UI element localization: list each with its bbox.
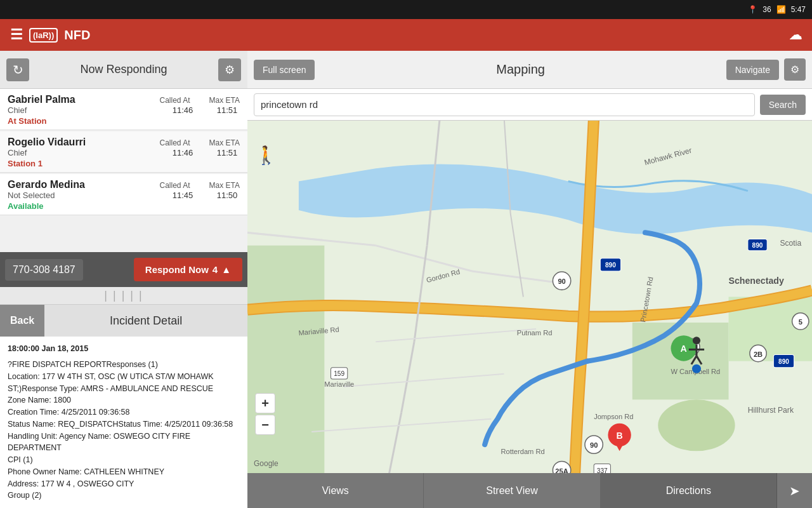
called-at-time: 11:46	[170, 105, 195, 115]
svg-text:90: 90	[590, 441, 598, 449]
responder-status: At Station	[8, 116, 240, 126]
search-bar: Search	[247, 89, 812, 121]
map-svg: Mohawk River Gordon Rd Mariaville Rd Pri…	[247, 121, 812, 473]
incident-content: 18:00:00 Jan 18, 2015 ?FIRE DISPATCH REP…	[0, 337, 247, 508]
svg-point-55	[693, 337, 700, 344]
svg-text:2B: 2B	[754, 351, 763, 358]
responder-item[interactable]: Gerardo Medina Called At Max ETA Not Sel…	[0, 174, 247, 215]
zoom-controls: + −	[255, 393, 275, 435]
called-at-time: 11:46	[170, 148, 195, 157]
app-title: NFD	[64, 28, 90, 43]
incident-timestamp: 18:00:00 Jan 18, 2015	[8, 343, 240, 355]
responder-role: Chief	[8, 148, 27, 157]
called-at-time: 11:45	[170, 190, 195, 200]
settings-button[interactable]: ⚙	[218, 58, 241, 81]
svg-text:Schenectady: Schenectady	[729, 276, 784, 286]
incident-header: Back Incident Detail	[0, 305, 247, 337]
svg-point-4	[658, 399, 735, 451]
location-icon: 📍	[748, 5, 757, 14]
navigate-button[interactable]: Navigate	[726, 60, 779, 80]
called-at-header: Called At	[160, 181, 190, 190]
responder-list: Gabriel Palma Called At Max ETA Chief 11…	[0, 89, 247, 252]
svg-text:Jompson Rd: Jompson Rd	[594, 413, 633, 420]
compass-button[interactable]: ➤	[777, 473, 812, 508]
svg-text:90: 90	[558, 277, 565, 285]
svg-text:Mariaville: Mariaville	[324, 380, 354, 388]
google-watermark: Google	[254, 459, 278, 468]
main-layout: ↻ Now Responding ⚙ Gabriel Palma Called …	[0, 51, 812, 508]
directions-button[interactable]: Directions	[601, 473, 777, 508]
incident-title: Incident Detail	[44, 314, 247, 328]
max-eta-header: Max ETA	[209, 96, 240, 105]
incident-section: Back Incident Detail 18:00:00 Jan 18, 20…	[0, 305, 247, 508]
svg-text:5: 5	[799, 318, 802, 326]
action-bar: 770-308 4187 Respond Now 4 ▲	[0, 252, 247, 287]
respond-now-button[interactable]: Respond Now 4 ▲	[134, 258, 242, 281]
right-panel: Full screen Mapping Navigate ⚙ Search	[247, 51, 812, 508]
fullscreen-button[interactable]: Full screen	[254, 60, 315, 80]
back-button[interactable]: Back	[0, 305, 44, 337]
svg-text:159: 159	[334, 370, 344, 377]
zoom-out-button[interactable]: −	[255, 415, 275, 435]
map-bottom-bar: Views Street View Directions ➤	[247, 473, 812, 508]
max-eta-time: 11:51	[214, 105, 240, 115]
svg-rect-2	[632, 323, 729, 399]
respond-count: 4	[213, 264, 218, 275]
views-button[interactable]: Views	[247, 473, 424, 508]
search-button[interactable]: Search	[760, 95, 806, 115]
wifi-icon: 📶	[776, 5, 786, 14]
map-toolbar-right: Navigate ⚙	[726, 58, 806, 81]
max-eta-time: 11:50	[214, 190, 240, 200]
svg-text:25A: 25A	[555, 467, 568, 473]
time: 5:47	[791, 5, 806, 14]
svg-text:Rotterdam Rd: Rotterdam Rd	[501, 448, 544, 455]
map-area[interactable]: Mohawk River Gordon Rd Mariaville Rd Pri…	[247, 121, 812, 473]
drag-handle[interactable]: | | | | |	[0, 287, 247, 305]
refresh-button[interactable]: ↻	[6, 58, 29, 81]
app-logo: (laR))	[29, 28, 58, 43]
map-settings-button[interactable]: ⚙	[784, 58, 806, 81]
zoom-in-button[interactable]: +	[255, 393, 275, 413]
incident-text: ?FIRE DISPATCH REPORTResponses (1) Locat…	[8, 359, 240, 502]
drag-dots: | | | | |	[104, 289, 143, 302]
search-input[interactable]	[254, 93, 755, 116]
app-bar-left: ☰ (laR)) NFD	[10, 27, 90, 43]
respond-arrow: ▲	[221, 264, 231, 275]
responder-role: Not Selected	[8, 190, 55, 200]
signal-strength: 36	[763, 5, 771, 14]
responder-item[interactable]: Gabriel Palma Called At Max ETA Chief 11…	[0, 89, 247, 130]
app-bar: ☰ (laR)) NFD ☁	[0, 19, 812, 51]
max-eta-header: Max ETA	[209, 181, 240, 190]
map-person-icon: 🚶	[255, 145, 274, 170]
svg-text:Scotia: Scotia	[780, 239, 801, 248]
svg-text:Hillhurst Park: Hillhurst Park	[748, 406, 794, 415]
max-eta-time: 11:51	[214, 148, 240, 157]
svg-text:890: 890	[605, 262, 616, 269]
cloud-icon: ☁	[789, 27, 802, 43]
svg-text:890: 890	[752, 242, 763, 249]
responder-name: Gabriel Palma	[8, 94, 75, 105]
svg-point-60	[692, 364, 701, 373]
svg-rect-1	[247, 246, 324, 473]
left-panel: ↻ Now Responding ⚙ Gabriel Palma Called …	[0, 51, 247, 508]
responder-name: Rogelio Vidaurri	[8, 137, 86, 148]
svg-text:Putnam Rd: Putnam Rd	[517, 329, 553, 337]
svg-text:B: B	[616, 431, 622, 441]
svg-text:A: A	[681, 344, 687, 354]
called-at-header: Called At	[160, 96, 190, 105]
status-bar: 📍 36 📶 5:47	[0, 0, 812, 19]
hamburger-icon[interactable]: ☰	[10, 27, 23, 43]
responder-name: Gerardo Medina	[8, 179, 85, 190]
responder-status: Station 1	[8, 159, 240, 168]
now-responding-title: Now Responding	[29, 63, 218, 76]
map-title: Mapping	[496, 62, 545, 77]
called-at-header: Called At	[160, 138, 190, 147]
phone-number: 770-308 4187	[5, 259, 83, 281]
svg-text:337: 337	[597, 467, 608, 473]
now-responding-header: ↻ Now Responding ⚙	[0, 51, 247, 89]
respond-now-label: Respond Now	[145, 264, 209, 275]
responder-item[interactable]: Rogelio Vidaurri Called At Max ETA Chief…	[0, 131, 247, 173]
max-eta-header: Max ETA	[209, 138, 240, 147]
responder-status: Available	[8, 201, 240, 211]
street-view-button[interactable]: Street View	[424, 473, 600, 508]
